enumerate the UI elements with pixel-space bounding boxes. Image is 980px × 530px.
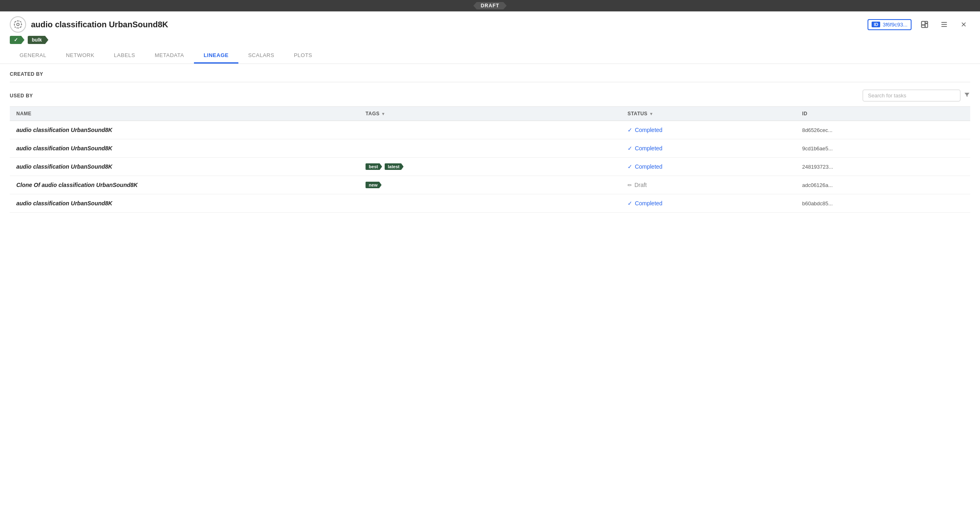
content-area: CREATED BY USED BY NAME TAGS ▼ STATUS ▼ — [0, 64, 980, 213]
search-input[interactable] — [863, 90, 960, 101]
close-button[interactable] — [957, 18, 970, 31]
tab-metadata[interactable]: METADATA — [145, 48, 194, 64]
row-4-name: Clone Of audio classification UrbanSound… — [10, 182, 359, 188]
tag-check: ✓ — [10, 36, 24, 44]
svg-rect-6 — [922, 25, 925, 28]
row-3-id: 248193723... — [795, 164, 970, 170]
id-value: 3f6f9c93... — [883, 22, 907, 28]
table-row[interactable]: audio classification UrbanSound8K ✓ Comp… — [10, 121, 970, 139]
table-row[interactable]: audio classification UrbanSound8K best l… — [10, 158, 970, 176]
tab-labels[interactable]: LABELS — [104, 48, 145, 64]
check-icon: ✓ — [628, 127, 632, 133]
col-tags[interactable]: TAGS ▼ — [359, 111, 621, 117]
search-container — [863, 90, 970, 101]
tag-best: best — [366, 163, 382, 170]
header: audio classification UrbanSound8K ID 3f6… — [0, 11, 980, 64]
svg-rect-3 — [922, 22, 925, 25]
check-icon: ✓ — [628, 145, 632, 152]
row-2-id: 9cd1b6ae5... — [795, 145, 970, 152]
tab-network[interactable]: NETWORK — [56, 48, 104, 64]
draft-badge: DRAFT — [473, 2, 507, 9]
row-2-name: audio classification UrbanSound8K — [10, 145, 359, 152]
row-5-name: audio classification UrbanSound8K — [10, 200, 359, 207]
svg-rect-5 — [925, 24, 928, 27]
row-4-id: adc06126a... — [795, 182, 970, 188]
row-5-id: b60abdc85... — [795, 200, 970, 207]
table-row[interactable]: Clone Of audio classification UrbanSound… — [10, 176, 970, 194]
tags-sort-icon: ▼ — [381, 112, 385, 116]
pencil-icon: ✏ — [628, 182, 632, 188]
row-3-name: audio classification UrbanSound8K — [10, 163, 359, 170]
row-3-status: ✓ Completed — [621, 163, 796, 170]
tab-scalars[interactable]: SCALARS — [238, 48, 284, 64]
created-by-section: CREATED BY — [10, 64, 970, 82]
model-tags-row: ✓ bulk — [10, 36, 970, 44]
tab-lineage[interactable]: LINEAGE — [194, 48, 238, 64]
col-id: ID — [795, 111, 970, 117]
status-sort-icon: ▼ — [649, 112, 653, 116]
tag-new: new — [366, 182, 381, 188]
svg-point-0 — [17, 23, 19, 26]
row-1-id: 8d6526cec... — [795, 127, 970, 133]
id-badge: ID 3f6f9c93... — [868, 19, 912, 30]
header-left: audio classification UrbanSound8K — [10, 16, 168, 33]
check-icon: ✓ — [14, 37, 18, 43]
tag-latest: latest — [385, 163, 404, 170]
nav-tabs: GENERAL NETWORK LABELS METADATA LINEAGE … — [10, 48, 970, 64]
page-title: audio classification UrbanSound8K — [31, 20, 168, 29]
row-4-status: ✏ Draft — [621, 182, 796, 188]
bulk-label: bulk — [32, 37, 42, 43]
table-container: NAME TAGS ▼ STATUS ▼ ID audio classifica… — [10, 107, 970, 213]
row-1-name: audio classification UrbanSound8K — [10, 127, 359, 133]
svg-rect-2 — [922, 22, 928, 28]
used-by-title: USED BY — [10, 93, 33, 99]
menu-button[interactable] — [938, 18, 951, 31]
table-header: NAME TAGS ▼ STATUS ▼ ID — [10, 107, 970, 121]
col-name: NAME — [10, 111, 359, 117]
table-row[interactable]: audio classification UrbanSound8K ✓ Comp… — [10, 139, 970, 158]
check-icon: ✓ — [628, 200, 632, 207]
row-4-tags: new — [359, 182, 621, 188]
tab-general[interactable]: GENERAL — [10, 48, 56, 64]
row-2-status: ✓ Completed — [621, 145, 796, 152]
gallery-button[interactable] — [918, 18, 931, 31]
row-1-status: ✓ Completed — [621, 127, 796, 133]
header-right: ID 3f6f9c93... — [868, 18, 970, 31]
used-by-header: USED BY — [10, 82, 970, 107]
row-5-status: ✓ Completed — [621, 200, 796, 207]
tag-bulk: bulk — [28, 36, 48, 44]
model-icon — [10, 16, 26, 33]
check-icon: ✓ — [628, 163, 632, 170]
svg-rect-4 — [925, 22, 928, 23]
tab-plots[interactable]: PLOTS — [284, 48, 322, 64]
table-row[interactable]: audio classification UrbanSound8K ✓ Comp… — [10, 194, 970, 213]
id-label: ID — [872, 22, 880, 27]
col-status[interactable]: STATUS ▼ — [621, 111, 796, 117]
row-3-tags: best latest — [359, 163, 621, 170]
filter-icon[interactable] — [964, 92, 970, 100]
top-bar: DRAFT — [0, 0, 980, 11]
